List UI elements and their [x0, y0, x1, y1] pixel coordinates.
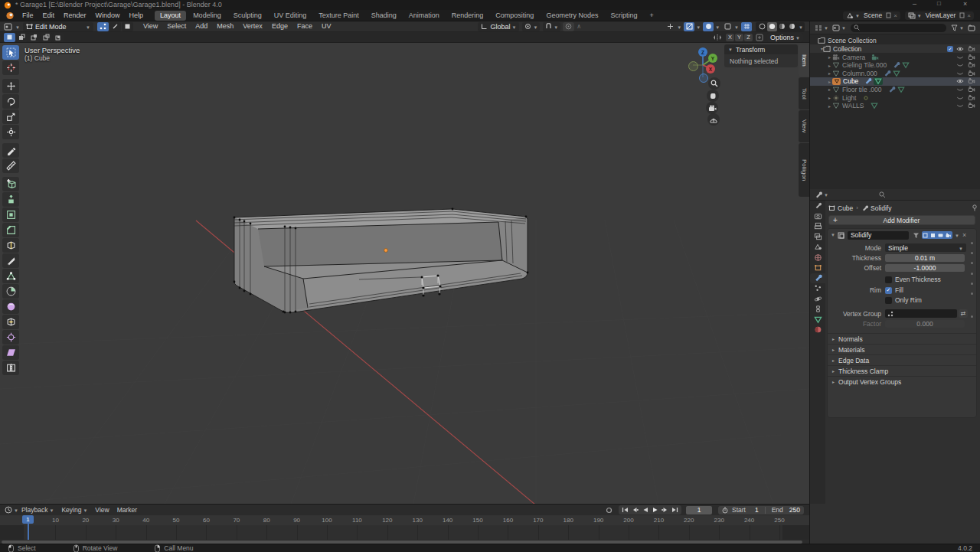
workspace-tab-compositing[interactable]: Compositing	[490, 11, 539, 21]
workspace-tab-rendering[interactable]: Rendering	[446, 11, 489, 21]
menu-file[interactable]: File	[18, 10, 38, 21]
tool-rip-region[interactable]	[2, 361, 19, 375]
zoom-view-button[interactable]	[708, 77, 720, 90]
tool-knife[interactable]	[2, 253, 19, 268]
prev-keyframe-button[interactable]	[630, 506, 640, 514]
object-name[interactable]: Camera	[842, 54, 865, 61]
end-value[interactable]: 250	[789, 506, 800, 514]
workspace-tab-animation[interactable]: Animation	[403, 11, 445, 21]
gizmo-y-axis[interactable]: Y	[708, 54, 717, 63]
decorator-dot-mode[interactable]	[971, 242, 973, 244]
xray-toggle[interactable]	[684, 22, 694, 31]
mode-dropdown[interactable]: Edit Mode ▼	[23, 22, 93, 31]
vertex-select-mode-button[interactable]	[97, 22, 109, 31]
new-collection-icon[interactable]	[968, 24, 975, 31]
mirror-axis-z[interactable]: Z	[744, 34, 753, 41]
toggle-edit-mode[interactable]	[929, 231, 937, 239]
light-data-icon[interactable]	[862, 94, 870, 102]
tool-add-cube[interactable]	[2, 177, 19, 191]
select-mode-subtract[interactable]	[28, 33, 40, 42]
menu-edit[interactable]: Edit	[38, 10, 60, 21]
mirror-icon[interactable]	[713, 34, 722, 41]
options-dropdown[interactable]: Options▼	[767, 33, 803, 42]
breadcrumb-object[interactable]: Cube	[838, 204, 853, 212]
modifier-section-thickness-clamp[interactable]: ▸Thickness Clamp	[828, 365, 976, 376]
remove-viewlayer-icon[interactable]: ×	[967, 12, 971, 19]
collection-checkbox[interactable]: ✓	[947, 46, 953, 52]
properties-tab-physics[interactable]	[810, 294, 825, 305]
eye-open-icon[interactable]	[956, 45, 964, 53]
modifier-section-edge-data[interactable]: ▸Edge Data	[828, 354, 976, 365]
wrench-icon[interactable]	[884, 70, 891, 77]
properties-tab-output[interactable]	[810, 221, 825, 232]
properties-tab-material[interactable]	[810, 325, 825, 335]
timeline-menu-keying[interactable]: Keying▼	[61, 506, 87, 514]
edge-select-mode-button[interactable]	[109, 22, 121, 31]
overlays-dropdown[interactable]	[703, 22, 714, 31]
eye-closed-icon[interactable]	[956, 61, 964, 69]
eye-closed-icon[interactable]	[956, 54, 964, 61]
camera-view-button[interactable]	[706, 102, 718, 114]
timeline-track-area[interactable]	[0, 525, 809, 540]
mirror-axis-y[interactable]: Y	[735, 34, 743, 41]
minimize-button[interactable]: –	[913, 0, 916, 8]
falloff-curve-icon[interactable]: ∧	[577, 23, 581, 30]
even-thickness-checkbox[interactable]	[885, 276, 892, 283]
viewport-menu-face[interactable]: Face	[292, 21, 317, 31]
viewlayer-selector[interactable]: ▼ ViewLayer ×	[905, 11, 974, 20]
tool-measure[interactable]	[2, 158, 19, 173]
playhead-frame-badge[interactable]: 1	[22, 515, 34, 524]
outliner-row-cieling-tile-000[interactable]: ▸Cieling Tile.000	[810, 61, 980, 70]
toggle-render[interactable]	[945, 231, 952, 239]
outliner-search-input[interactable]	[851, 24, 946, 32]
tool-edge-slide[interactable]	[2, 315, 19, 329]
object-name[interactable]: Column.000	[842, 70, 877, 77]
tool-annotate[interactable]	[2, 143, 19, 158]
tool-bevel[interactable]	[2, 223, 19, 237]
workspace-tab-sculpting[interactable]: Sculpting	[228, 11, 267, 21]
thickness-field[interactable]: 0.01 m	[885, 254, 965, 262]
sidebar-tab-item[interactable]: Item	[799, 44, 809, 77]
only-rim-checkbox[interactable]	[885, 297, 892, 304]
add-workspace-button[interactable]: +	[644, 11, 658, 21]
factor-field[interactable]: 0.000	[885, 320, 965, 328]
properties-tab-scene[interactable]	[810, 242, 825, 253]
tool-shear[interactable]	[2, 345, 19, 360]
decorator-dot-fill[interactable]	[971, 283, 973, 285]
tool-spin[interactable]	[2, 284, 19, 299]
modifier-extras-dropdown[interactable]: ▼	[955, 234, 959, 238]
viewport-menu-view[interactable]: View	[139, 21, 162, 31]
new-scene-icon[interactable]	[886, 12, 891, 18]
play-reverse-button[interactable]	[640, 506, 650, 514]
outliner-row-column-000[interactable]: ▸Column.000	[810, 69, 980, 77]
tool-smooth[interactable]	[2, 299, 19, 314]
mesh-data-icon[interactable]	[874, 77, 883, 85]
mesh-data-icon[interactable]	[871, 102, 878, 109]
camera-data-icon[interactable]	[871, 54, 879, 61]
viewport-menu-vertex[interactable]: Vertex	[238, 21, 267, 31]
gizmo-z-axis[interactable]: Z	[698, 47, 707, 57]
object-name[interactable]: Cube	[843, 77, 858, 85]
decorator-dot-only-rim[interactable]	[971, 292, 973, 295]
camera-visibility-icon[interactable]	[968, 102, 975, 109]
decorator-dot-thickness[interactable]	[971, 252, 973, 254]
timeline-ruler[interactable]: 1020304050607080901001101201301401501601…	[0, 515, 809, 525]
tool-inset-faces[interactable]	[2, 207, 19, 222]
scene-selector[interactable]: ▼ Scene ×	[843, 11, 900, 20]
modifier-name-field[interactable]: Solidify	[848, 231, 909, 240]
eye-closed-icon[interactable]	[956, 86, 964, 93]
tool-extrude-region[interactable]	[2, 192, 19, 207]
outliner-filter-icon[interactable]	[951, 24, 958, 31]
camera-visibility-icon[interactable]	[968, 45, 975, 53]
close-button[interactable]: ×	[963, 0, 967, 8]
timeline-editor-icon[interactable]	[5, 506, 12, 514]
viewport-menu-select[interactable]: Select	[162, 21, 191, 31]
menu-render[interactable]: Render	[59, 10, 91, 21]
gizmos-dropdown[interactable]	[665, 22, 675, 31]
outliner-row-scene-collection[interactable]: Scene Collection	[810, 36, 980, 44]
properties-editor-icon[interactable]	[815, 191, 822, 198]
current-frame-field[interactable]: 1	[686, 506, 712, 514]
expand-arrow-icon[interactable]: ▼	[831, 233, 835, 237]
sidebar-tab-tool[interactable]: Tool	[799, 77, 809, 109]
tool-cursor[interactable]	[2, 60, 19, 75]
